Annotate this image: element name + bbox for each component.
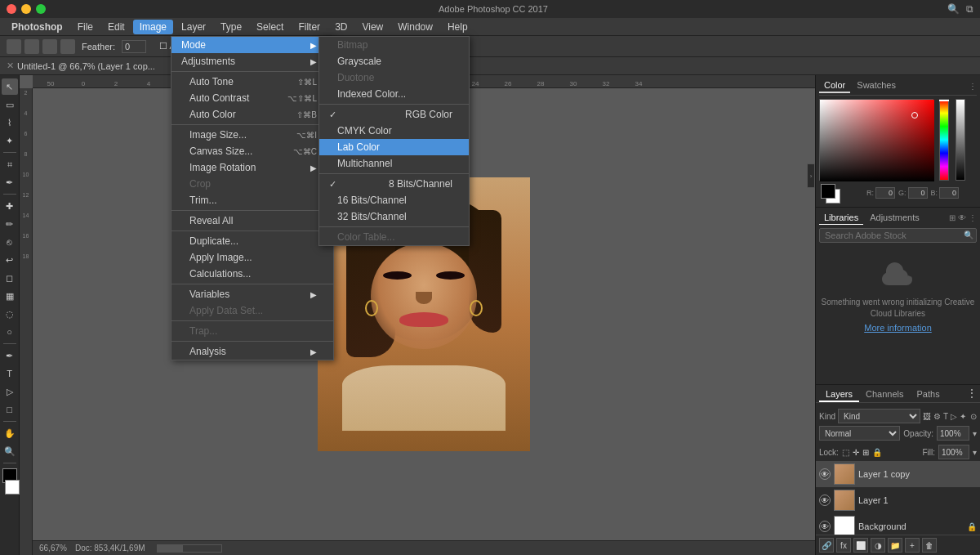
hand-tool[interactable]: ✋ (2, 425, 18, 441)
lib-eye-icon[interactable]: 👁 (958, 213, 966, 222)
doc-tab[interactable]: ✕ Untitled-1 @ 66,7% (Layer 1 cop... (0, 57, 980, 75)
shape-tool[interactable]: □ (2, 401, 18, 418)
add-layer-style-btn[interactable]: fx (836, 538, 851, 553)
menu-image-rotation-item[interactable]: Image Rotation ▶ (172, 159, 333, 176)
window-controls[interactable] (7, 4, 46, 14)
layer-item[interactable]: 👁 Background 🔒 (816, 513, 980, 535)
menu-window[interactable]: Window (391, 20, 439, 34)
filter-icon4[interactable]: ▷ (951, 412, 957, 421)
mode-rgb-color-item[interactable]: RGB Color (319, 106, 469, 123)
mode-multichannel-item[interactable]: Multichannel (319, 155, 469, 172)
opacity-arrow[interactable]: ▾ (973, 429, 977, 438)
fill-input[interactable] (938, 445, 969, 459)
lib-panel-menu-icon[interactable]: ⋮ (969, 213, 977, 222)
eraser-tool[interactable]: ◻ (2, 270, 18, 286)
hue-slider[interactable] (939, 99, 949, 181)
menu-photoshop[interactable]: Photoshop (5, 20, 69, 34)
lib-view-icon[interactable]: ⊞ (949, 213, 956, 222)
mode-16bit-item[interactable]: 16 Bits/Channel (319, 192, 469, 208)
filter-icon2[interactable]: ⚙ (933, 412, 941, 421)
new-group-btn[interactable]: 📁 (888, 538, 902, 553)
layer-item[interactable]: 👁 Layer 1 copy (816, 461, 980, 487)
doc-tab-close[interactable]: ✕ (7, 60, 14, 71)
alpha-slider[interactable] (956, 99, 965, 181)
brush-tool[interactable]: ✏ (2, 216, 18, 232)
zoom-tool[interactable]: 🔍 (2, 443, 18, 459)
text-tool[interactable]: T (2, 365, 18, 382)
layer-name[interactable]: Background (858, 521, 964, 531)
layer-name[interactable]: Layer 1 (858, 495, 977, 505)
maximize-button[interactable] (36, 4, 46, 14)
mode-8bit-item[interactable]: 8 Bits/Channel (319, 176, 469, 192)
libraries-more-info-link[interactable]: More information (819, 323, 977, 333)
filter-icon3[interactable]: T (943, 412, 948, 421)
tab-channels[interactable]: Channels (859, 387, 910, 402)
lasso-tool[interactable]: ⌇ (2, 114, 18, 131)
menu-file[interactable]: File (71, 20, 100, 34)
menu-3d[interactable]: 3D (328, 20, 354, 34)
foreground-swatch[interactable] (821, 184, 839, 202)
menu-select[interactable]: Select (250, 20, 290, 34)
layer-visibility-toggle[interactable]: 👁 (819, 521, 831, 532)
menu-view[interactable]: View (355, 20, 390, 34)
menu-help[interactable]: Help (441, 20, 474, 34)
menu-image[interactable]: Image (133, 20, 173, 34)
tab-layers[interactable]: Layers (819, 387, 859, 402)
blend-mode-select[interactable]: Normal (819, 426, 900, 441)
clone-stamp-tool[interactable]: ⎋ (2, 234, 18, 250)
panel-collapse-btn[interactable]: › (807, 163, 815, 188)
filter-toggle[interactable]: ⊙ (970, 412, 977, 421)
eyedropper-tool[interactable]: ✒ (2, 174, 18, 190)
menu-duplicate-item[interactable]: Duplicate... (172, 233, 333, 249)
history-brush-tool[interactable]: ↩ (2, 252, 18, 268)
layer-visibility-toggle[interactable]: 👁 (819, 495, 831, 506)
move-tool[interactable]: ↖ (2, 78, 18, 95)
menu-variables-item[interactable]: Variables ▶ (172, 286, 333, 302)
gradient-tool[interactable]: ▦ (2, 288, 18, 304)
menu-calculations-item[interactable]: Calculations... (172, 266, 333, 282)
menu-auto-color-item[interactable]: Auto Color ⇧⌘B (172, 106, 333, 123)
menu-apply-image-item[interactable]: Apply Image... (172, 249, 333, 266)
tab-color[interactable]: Color (819, 78, 850, 93)
mode-indexed-color-item[interactable]: Indexed Color... (319, 86, 469, 102)
feather-input[interactable] (122, 40, 146, 53)
menu-auto-tone-item[interactable]: Auto Tone ⇧⌘L (172, 74, 333, 90)
layers-panel-menu[interactable]: ⋮ (967, 387, 977, 402)
layer-visibility-toggle[interactable]: 👁 (819, 468, 831, 480)
lock-position-icon[interactable]: ✛ (853, 448, 859, 457)
menu-mode-item[interactable]: Mode ▶ (172, 37, 333, 53)
new-layer-btn[interactable]: + (905, 538, 920, 553)
healing-brush-tool[interactable]: ✚ (2, 198, 18, 214)
search-icon[interactable]: 🔍 (947, 3, 960, 15)
marquee-tool[interactable]: ▭ (2, 96, 18, 113)
layer-name[interactable]: Layer 1 copy (858, 469, 977, 479)
mode-cmyk-color-item[interactable]: CMYK Color (319, 123, 469, 139)
menu-layer[interactable]: Layer (175, 20, 212, 34)
menu-adjustments-item[interactable]: Adjustments ▶ (172, 53, 333, 69)
close-button[interactable] (7, 4, 16, 14)
menu-filter[interactable]: Filter (292, 20, 327, 34)
fill-arrow[interactable]: ▾ (973, 448, 977, 457)
layer-item[interactable]: 👁 Layer 1 (816, 487, 980, 513)
blur-tool[interactable]: ◌ (2, 306, 18, 322)
tab-adjustments[interactable]: Adjustments (865, 211, 924, 225)
tab-swatches[interactable]: Swatches (852, 78, 901, 93)
pen-tool[interactable]: ✒ (2, 347, 18, 364)
libraries-search[interactable] (819, 228, 977, 243)
path-selection-tool[interactable]: ▷ (2, 383, 18, 400)
lock-pixel-icon[interactable]: ⬚ (842, 448, 849, 457)
magic-wand-tool[interactable]: ✦ (2, 132, 18, 149)
menu-canvas-size-item[interactable]: Canvas Size... ⌥⌘C (172, 143, 333, 159)
mode-grayscale-item[interactable]: Grayscale (319, 53, 469, 69)
tab-libraries[interactable]: Libraries (819, 211, 863, 225)
background-color[interactable] (5, 480, 20, 495)
filter-icon1[interactable]: 🖼 (923, 412, 931, 421)
filter-icon5[interactable]: ✦ (960, 412, 966, 421)
mode-32bit-item[interactable]: 32 Bits/Channel (319, 208, 469, 225)
link-layers-btn[interactable]: 🔗 (819, 538, 834, 553)
crop-tool[interactable]: ⌗ (2, 156, 18, 172)
tab-paths[interactable]: Paths (911, 387, 947, 402)
menu-image-size-item[interactable]: Image Size... ⌥⌘I (172, 127, 333, 143)
opacity-input[interactable] (937, 426, 969, 441)
new-adjustment-btn[interactable]: ◑ (871, 538, 885, 553)
